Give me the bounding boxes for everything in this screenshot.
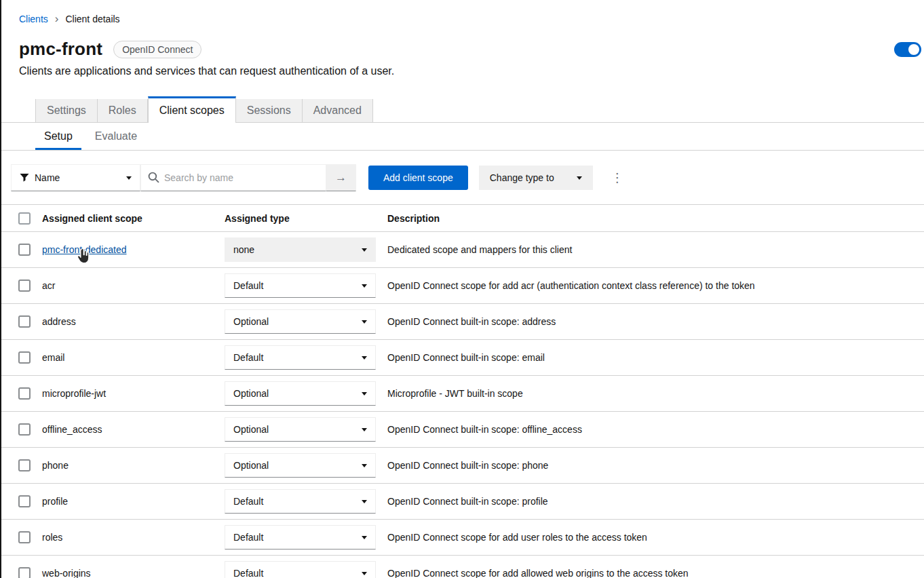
row-checkbox[interactable] — [18, 531, 31, 543]
tab-settings[interactable]: Settings — [35, 99, 98, 122]
caret-down-icon — [362, 392, 367, 396]
client-scopes-subtabs: Setup Evaluate — [0, 123, 924, 151]
row-checkbox[interactable] — [18, 244, 31, 256]
tab-advanced[interactable]: Advanced — [303, 99, 373, 122]
table-row: roles Default OpenID Connect scope for a… — [0, 520, 924, 556]
caret-down-icon — [362, 248, 367, 252]
sidebar-edge — [0, 0, 1, 578]
assigned-type-select[interactable]: Optional — [225, 381, 376, 406]
caret-down-icon — [362, 536, 367, 539]
tab-sessions[interactable]: Sessions — [236, 99, 303, 122]
subtab-evaluate[interactable]: Evaluate — [86, 123, 146, 150]
assigned-type-select[interactable]: Default — [225, 273, 376, 298]
row-checkbox[interactable] — [18, 459, 31, 471]
search-input[interactable] — [140, 164, 326, 191]
table-row: offline_access Optional OpenID Connect b… — [0, 412, 924, 448]
assigned-type-select[interactable]: Default — [225, 345, 376, 370]
assigned-type-select[interactable]: Optional — [225, 453, 376, 478]
assigned-type-select: none — [225, 237, 376, 262]
assigned-type-select[interactable]: Default — [225, 489, 376, 514]
table-row: pmc-front-dedicated none Dedicated scope… — [0, 232, 924, 268]
client-enabled-toggle[interactable] — [894, 42, 921, 57]
scope-description: OpenID Connect scope for add allowed web… — [387, 568, 913, 578]
scope-description: OpenID Connect scope for add user roles … — [387, 532, 913, 543]
caret-down-icon — [362, 356, 367, 360]
caret-down-icon — [126, 176, 132, 180]
scope-name: microprofile-jwt — [42, 388, 106, 399]
scope-name[interactable]: pmc-front-dedicated — [42, 244, 127, 255]
row-checkbox[interactable] — [18, 495, 31, 507]
assigned-type-select[interactable]: Optional — [225, 417, 376, 442]
column-description: Description — [387, 213, 913, 224]
scope-description: OpenID Connect built-in scope: address — [387, 316, 913, 327]
assigned-type-value: none — [233, 244, 254, 255]
scope-description: OpenID Connect built-in scope: profile — [387, 496, 913, 507]
scope-name: roles — [42, 532, 62, 543]
page-subtitle: Clients are applications and services th… — [0, 65, 924, 77]
row-checkbox[interactable] — [18, 315, 31, 328]
assigned-type-value: Default — [233, 568, 263, 578]
scope-name: email — [42, 352, 64, 363]
table-body: pmc-front-dedicated none Dedicated scope… — [0, 232, 924, 578]
client-details-page: Clients › Client details pmc-front OpenI… — [0, 0, 924, 578]
caret-down-icon — [362, 428, 367, 431]
tab-roles[interactable]: Roles — [98, 99, 148, 122]
client-scopes-table: Assigned client scope Assigned type Desc… — [0, 204, 924, 578]
assigned-type-value: Optional — [233, 460, 269, 471]
table-header-row: Assigned client scope Assigned type Desc… — [0, 205, 924, 232]
scope-description: Dedicated scope and mappers for this cli… — [387, 244, 913, 255]
assigned-type-select[interactable]: Optional — [225, 309, 376, 334]
breadcrumb-clients-link[interactable]: Clients — [19, 14, 48, 24]
tab-client-scopes[interactable]: Client scopes — [148, 96, 236, 123]
table-row: profile Default OpenID Connect built-in … — [0, 484, 924, 520]
row-checkbox[interactable] — [18, 351, 31, 364]
scope-name: address — [42, 316, 76, 327]
add-client-scope-button[interactable]: Add client scope — [368, 166, 468, 190]
caret-down-icon — [362, 500, 367, 503]
client-tabs: Settings Roles Client scopes Sessions Ad… — [0, 96, 924, 123]
scope-name: acr — [42, 280, 55, 291]
table-row: web-origins Default OpenID Connect scope… — [0, 556, 924, 578]
row-checkbox[interactable] — [18, 423, 31, 436]
search-box — [140, 164, 326, 191]
kebab-menu-button[interactable]: ⋮ — [609, 166, 625, 190]
caret-down-icon — [362, 572, 367, 575]
protocol-badge: OpenID Connect — [113, 41, 201, 58]
scope-name: offline_access — [42, 424, 102, 435]
change-type-dropdown[interactable]: Change type to — [479, 166, 593, 190]
caret-down-icon — [362, 284, 367, 288]
scope-name: web-origins — [42, 568, 91, 578]
search-icon — [148, 172, 159, 183]
scope-description: OpenID Connect scope for add acr (authen… — [387, 280, 913, 291]
filter-type-dropdown[interactable]: Name — [11, 164, 140, 191]
table-row: address Optional OpenID Connect built-in… — [0, 304, 924, 340]
assigned-type-select[interactable]: Default — [225, 525, 376, 550]
column-assigned-client-scope: Assigned client scope — [42, 213, 225, 224]
assigned-type-value: Optional — [233, 316, 269, 327]
table-row: acr Default OpenID Connect scope for add… — [0, 268, 924, 304]
assigned-type-value: Optional — [233, 424, 269, 435]
change-type-label: Change type to — [490, 172, 554, 183]
assigned-type-select[interactable]: Default — [225, 561, 376, 578]
select-all-checkbox[interactable] — [18, 212, 31, 225]
assigned-type-value: Default — [233, 532, 263, 543]
breadcrumb-current: Client details — [65, 14, 119, 24]
filter-icon — [20, 173, 29, 182]
subtab-setup[interactable]: Setup — [35, 123, 81, 150]
table-row: phone Optional OpenID Connect built-in s… — [0, 448, 924, 484]
scope-name: profile — [42, 496, 68, 507]
row-checkbox[interactable] — [18, 280, 31, 292]
kebab-icon: ⋮ — [611, 170, 623, 185]
toolbar: Name → Add client scope Change type to ⋮ — [0, 151, 924, 204]
table-row: microprofile-jwt Optional Microprofile -… — [0, 376, 924, 412]
row-checkbox[interactable] — [18, 567, 31, 578]
breadcrumb: Clients › Client details — [0, 0, 924, 24]
search-submit-button[interactable]: → — [326, 164, 356, 191]
scope-description: Microprofile - JWT built-in scope — [387, 388, 913, 399]
caret-down-icon — [362, 464, 367, 467]
assigned-type-value: Optional — [233, 388, 269, 399]
column-assigned-type: Assigned type — [225, 213, 387, 224]
assigned-type-value: Default — [233, 352, 263, 363]
page-header: pmc-front OpenID Connect — [0, 39, 924, 60]
row-checkbox[interactable] — [18, 387, 31, 400]
